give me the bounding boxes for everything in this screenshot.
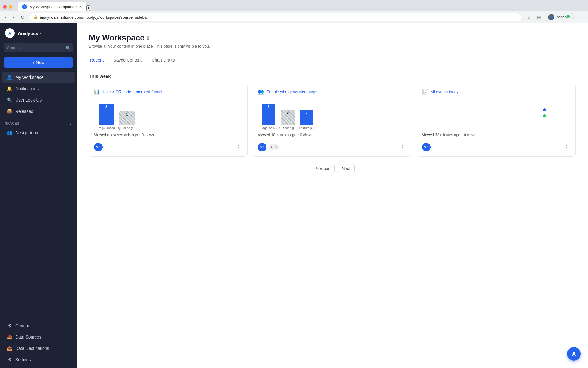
close-tab-button[interactable]: ✕: [79, 5, 82, 9]
card-menu-button[interactable]: ⋮: [398, 144, 407, 151]
sidebar-item-label: User Look-Up: [15, 98, 42, 102]
search-input[interactable]: [4, 43, 73, 52]
spaces-expand-icon[interactable]: ›: [70, 121, 72, 126]
bar-label-page-loaded: Page loaded: [98, 126, 115, 130]
viewed-label: Viewed: [258, 133, 270, 137]
refresh-icon: ↻: [271, 145, 274, 149]
card-menu-button[interactable]: ⋮: [562, 144, 571, 151]
viewed-time: a few seconds ago: [107, 133, 138, 137]
sidebar-item-data-destinations[interactable]: 📤 Data Destinations: [2, 343, 75, 354]
sidebar-item-label: My Workspace: [15, 75, 43, 80]
people-chart-icon: 👥: [258, 89, 264, 95]
bar-label: Feature p...: [299, 126, 315, 130]
browser-chrome: A My Workspace - Amplitude ✕ + ‹ › ↻ 🔒 a…: [0, 0, 588, 23]
card-title: User > QR code generated funnel: [103, 90, 162, 94]
avatar: SJ: [258, 143, 266, 151]
bar-feature: 2: [300, 110, 313, 125]
minimize-window-button[interactable]: [9, 5, 12, 9]
card-header: 📊 User > QR code generated funnel: [94, 89, 243, 95]
sidebar-search[interactable]: 🔍: [4, 43, 73, 52]
sidebar-item-design-team[interactable]: 👥 Design team: [2, 127, 75, 138]
next-button[interactable]: Next: [337, 164, 355, 173]
bookmark-button[interactable]: ☆: [524, 13, 533, 21]
bar-page-loaded: 3: [99, 104, 114, 125]
browser-tabs: A My Workspace - Amplitude ✕ +: [18, 2, 90, 11]
tabs: Recent Saved Content Chart Drafts: [89, 55, 576, 66]
maximize-window-button[interactable]: [567, 15, 570, 18]
browser-titlebar: A My Workspace - Amplitude ✕ +: [0, 0, 588, 11]
card-people[interactable]: 👥 People who generated pages 3 Page load…: [253, 84, 412, 157]
my-workspace-icon: 👤: [7, 75, 12, 80]
avatar: SJ: [94, 143, 103, 151]
card-footer: Viewed 33 minutes ago • 0 views: [422, 133, 571, 137]
avatar: SJ: [422, 143, 431, 151]
reload-button[interactable]: ↻: [19, 13, 26, 21]
floating-btn-label: A: [572, 351, 576, 357]
pagination: Previous Next: [89, 164, 576, 173]
tab-recent[interactable]: Recent: [89, 55, 105, 66]
card-menu-button[interactable]: ⋮: [234, 144, 243, 151]
dot-blue: [543, 108, 546, 111]
sidebar-item-label: Govern: [15, 323, 29, 328]
previous-button[interactable]: Previous: [310, 164, 335, 173]
card-all-events[interactable]: 📈 All events today Viewed 33 minutes ago…: [417, 84, 576, 157]
view-count: 0 views: [141, 133, 154, 137]
extensions-button[interactable]: ⊞: [535, 13, 544, 21]
sidebar-item-data-sources[interactable]: 📥 Data Sources: [2, 332, 75, 343]
tab-saved-content[interactable]: Saved Content: [112, 55, 143, 66]
browser-toolbar: ‹ › ↻ 🔒 analytics.amplitude.com/moodjoy/…: [0, 11, 588, 23]
incognito-avatar: 👤: [548, 14, 554, 20]
card-funnel[interactable]: 📊 User > QR code generated funnel 3 Page…: [89, 84, 248, 157]
funnel-chart-icon: 📊: [94, 89, 100, 95]
card-chart: 3 Page loaded 1 QR code generat...: [94, 99, 243, 130]
content-dash: -: [89, 173, 91, 178]
releases-icon: 📦: [7, 109, 12, 114]
app-name[interactable]: Analytics ▾: [18, 31, 41, 36]
section-this-week: This week: [89, 74, 576, 79]
sidebar-item-label: Data Sources: [15, 335, 41, 339]
user-lookup-icon: 🔍: [7, 97, 12, 103]
url-display: analytics.amplitude.com/moodjoy/workspac…: [40, 15, 148, 20]
sidebar-bottom: ⚙ Govern 📥 Data Sources 📤 Data Destinati…: [0, 317, 77, 368]
settings-icon: ⚙: [7, 357, 12, 362]
sidebar-item-settings[interactable]: ⚙ Settings: [2, 354, 75, 365]
active-tab[interactable]: A My Workspace - Amplitude ✕: [18, 2, 86, 11]
sidebar-item-label: Settings: [15, 357, 31, 362]
bar-qr-g: 2: [281, 110, 295, 125]
govern-icon: ⚙: [7, 323, 12, 328]
bar-qr-code: 1: [119, 111, 135, 125]
card-header: 👥 People who generated pages: [258, 89, 406, 95]
sidebar-item-label: Notifications: [15, 86, 39, 91]
floating-action-button[interactable]: A: [567, 347, 581, 361]
page-subtitle: Browse all your content in one place. Th…: [89, 44, 576, 48]
sidebar-item-govern[interactable]: ⚙ Govern: [2, 320, 75, 331]
app-logo: A: [5, 28, 15, 38]
events-chart-icon: 📈: [422, 89, 428, 95]
new-button[interactable]: + New: [4, 57, 73, 68]
back-button[interactable]: ‹: [3, 13, 8, 21]
incognito-badge[interactable]: 👤 Incognito: [545, 13, 574, 21]
browser-menu-button[interactable]: ⋮: [575, 13, 585, 21]
sidebar-item-releases[interactable]: 📦 Releases: [2, 106, 75, 117]
viewed-time: 10 minutes ago: [271, 133, 296, 137]
card-actions: SJ ⋮: [94, 140, 243, 151]
refresh-badge: ↻ 1: [268, 144, 280, 150]
new-tab-button[interactable]: +: [86, 5, 90, 11]
forward-button[interactable]: ›: [11, 13, 16, 21]
address-bar[interactable]: 🔒 analytics.amplitude.com/moodjoy/worksp…: [29, 13, 522, 21]
card-header: 📈 All events today: [422, 89, 571, 95]
sidebar-item-user-lookup[interactable]: 🔍 User Look-Up: [2, 94, 75, 105]
close-window-button[interactable]: [3, 5, 7, 9]
info-icon[interactable]: ℹ: [147, 36, 149, 40]
sidebar-nav: 👤 My Workspace 🔔 Notifications 🔍 User Lo…: [0, 70, 77, 317]
main-content: My Workspace ℹ Browse all your content i…: [77, 23, 588, 368]
sidebar-item-notifications[interactable]: 🔔 Notifications: [2, 83, 75, 94]
tab-title: My Workspace - Amplitude: [29, 5, 77, 9]
sidebar-item-my-workspace[interactable]: 👤 My Workspace: [2, 72, 75, 83]
app-name-chevron: ▾: [40, 31, 41, 35]
data-destinations-icon: 📤: [7, 346, 12, 351]
card-chart: 3 Page load... 2 QR code g... 2 Feature …: [258, 99, 406, 130]
sidebar: A Analytics ▾ 🔍 + New 👤 My Workspace 🔔 N…: [0, 23, 77, 368]
app-layout: A Analytics ▾ 🔍 + New 👤 My Workspace 🔔 N…: [0, 23, 588, 368]
tab-chart-drafts[interactable]: Chart Drafts: [150, 55, 176, 66]
